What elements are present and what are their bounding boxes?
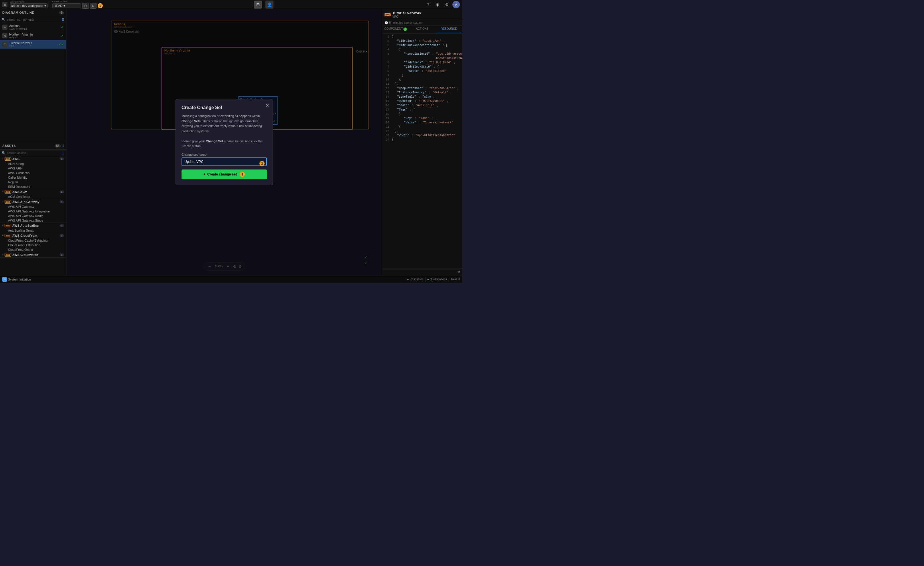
top-bar-right: ? ◉ ⚙ A	[425, 1, 460, 8]
json-line-16: 16 "State": "available",	[384, 103, 460, 108]
modal-body: Modeling a configuration or extending SI…	[182, 114, 267, 149]
asset-autoscaling-group[interactable]: AutoScaling Group	[0, 228, 66, 233]
right-panel: aws Tutorial Network VPC 🕐 54 minutes ag…	[382, 9, 462, 275]
actions-icon: A	[2, 25, 8, 30]
qualifications-dot: ●	[427, 278, 429, 281]
workspace-icon: ▦	[2, 2, 8, 7]
edit-icon[interactable]: ✏	[458, 270, 460, 274]
json-line-6: 6 "CidrBlock": "10.0.0.0/24",	[384, 60, 460, 65]
changeset-name-input[interactable]	[182, 157, 267, 166]
tree-item-tn-sub: VPC	[9, 45, 57, 48]
tab-resource[interactable]: RESOURCE	[435, 25, 462, 33]
acm-aws-logo: aws	[4, 190, 11, 193]
asset-api-gateway-route[interactable]: AWS API Gateway Route	[0, 214, 66, 218]
asset-filter-icon[interactable]: ⊟	[62, 151, 64, 155]
top-bar: ▦ WORKSPACE: adam's dev workspace ▾ CHAN…	[0, 0, 462, 9]
modal-body-bold2: Change Set	[206, 139, 223, 143]
aws-group-name: AWS	[12, 157, 58, 160]
changeset-select[interactable]: HEAD ▾	[52, 3, 81, 8]
bottom-bar-right: ● Resources ● Qualifications Total: 3	[407, 277, 460, 282]
changeset-label: CHANGE SET:	[52, 0, 103, 3]
tree-item-northern-virginia[interactable]: N Northern Virginia Region ✓	[0, 31, 66, 40]
tn-check1-icon: ✓	[58, 43, 61, 46]
assets-title: ASSETS	[2, 144, 53, 147]
json-line-2: 2 "CidrBlock": "10.0.0/24",	[384, 39, 460, 43]
json-line-7: 7 "CidrBlockState": {	[384, 65, 460, 69]
settings-btn[interactable]: ⚙	[443, 1, 450, 8]
modal-close-btn[interactable]: ✕	[266, 103, 269, 108]
canvas-area[interactable]: Actions AWS Credential: 1 Northern Virgi…	[66, 9, 382, 275]
asset-cloudfront-origin[interactable]: CloudFront Origin	[0, 247, 66, 252]
asset-aws-credential[interactable]: AWS Credential	[0, 171, 66, 175]
users-nav-btn[interactable]: 👤	[266, 1, 273, 9]
workspace-chevron-icon: ▾	[44, 4, 46, 8]
cloudfront-group-count: 3	[60, 234, 64, 237]
aws-group-header[interactable]: ▾ aws AWS 6	[0, 156, 66, 162]
autoscaling-group-header[interactable]: ▾ aws AWS AutoScaling 1	[0, 223, 66, 228]
acm-group-header[interactable]: ▾ aws AWS ACM 1	[0, 189, 66, 195]
right-panel-header: aws Tutorial Network VPC	[382, 9, 462, 20]
asset-ssm-document[interactable]: SSM Document	[0, 184, 66, 189]
json-line-4: 4 {	[384, 48, 460, 52]
discord-btn[interactable]: ◉	[434, 1, 441, 8]
asset-region[interactable]: Region	[0, 180, 66, 184]
right-panel-vpc-name: Tutorial Network	[392, 11, 460, 15]
right-panel-vpc-type: VPC	[392, 15, 460, 18]
create-changeset-submit-btn[interactable]: + Create change set 3	[182, 169, 267, 179]
assets-info-icon[interactable]: ℹ	[62, 144, 64, 148]
changeset-merge-btn[interactable]: ⬡	[82, 3, 89, 9]
si-logo: SI System Initiative	[2, 277, 31, 282]
json-line-20: 20 "Value": "Tutorial Network"	[384, 121, 460, 125]
search-assets-input[interactable]	[7, 151, 60, 154]
filter-icon[interactable]: ⊟	[62, 18, 64, 21]
asset-api-gateway-integration[interactable]: AWS API Gateway Integration	[0, 209, 66, 214]
user-avatar[interactable]: A	[452, 1, 460, 8]
tn-icon: T	[2, 42, 8, 47]
tab-component[interactable]: COMPONENT✓	[382, 25, 409, 33]
asset-group-cloudfront: ▾ aws AWS CloudFront 3 CloudFront Cache …	[0, 233, 66, 252]
aws-group-count: 6	[60, 157, 64, 160]
right-panel-tabs: COMPONENT✓ ACTIONS RESOURCE	[382, 25, 462, 33]
tree-items: A Actions AWS Credential ✓ N Northern Vi…	[0, 23, 66, 142]
tab-actions[interactable]: ACTIONS	[409, 25, 435, 33]
asset-cloudfront-distribution[interactable]: CloudFront Distribution	[0, 243, 66, 247]
json-line-1: 1{	[384, 34, 460, 39]
asset-arn-string[interactable]: ARN String	[0, 162, 66, 166]
tree-item-actions[interactable]: A Actions AWS Credential ✓	[0, 23, 66, 31]
outline-count: 3	[59, 11, 64, 14]
input-badge-2: 2	[260, 161, 265, 166]
cloudwatch-group-header[interactable]: ▾ aws AWS Cloudwatch 1	[0, 252, 66, 258]
asset-search-icon: 🔍	[2, 151, 6, 155]
changeset-refresh-btn[interactable]: ↻	[90, 3, 96, 9]
changeset-name-field-wrapper: 2	[182, 157, 267, 169]
qualifications-badge: ● Qualifications	[427, 278, 447, 281]
workspace-select[interactable]: adam's dev workspace ▾	[10, 3, 48, 8]
cloudfront-aws-logo: aws	[4, 234, 11, 237]
nv-icon: N	[2, 33, 8, 38]
diagram-nav-btn[interactable]: ⊞	[254, 1, 262, 9]
cloudfront-group-header[interactable]: ▾ aws AWS CloudFront 3	[0, 233, 66, 238]
search-components-input[interactable]	[7, 18, 60, 21]
asset-api-gateway-stage[interactable]: AWS API Gateway Stage	[0, 218, 66, 223]
cloudfront-group-name: AWS CloudFront	[12, 234, 58, 237]
help-btn[interactable]: ?	[425, 1, 432, 8]
submit-label: Create change set	[207, 172, 237, 176]
resources-label: Resources	[410, 278, 423, 281]
asset-cloudfront-cache[interactable]: CloudFront Cache Behaviour	[0, 238, 66, 243]
api-gateway-group-header[interactable]: ▾ aws AWS API Gateway 4	[0, 199, 66, 204]
asset-caller-identity[interactable]: Caller Identity	[0, 175, 66, 180]
asset-api-gateway[interactable]: AWS API Gateway	[0, 204, 66, 209]
resources-badge: ● Resources	[407, 278, 423, 281]
resources-dot: ●	[407, 278, 409, 281]
changeset-badge: 1	[98, 3, 103, 8]
si-label: System Initiative	[8, 278, 31, 281]
plus-icon: +	[204, 172, 206, 176]
cloudwatch-group-name: AWS Cloudwatch	[12, 253, 58, 256]
tree-item-tutorial-network[interactable]: T Tutorial Network VPC ✓ ✓	[0, 40, 66, 49]
acm-group-name: AWS ACM	[12, 190, 58, 193]
asset-aws-arn[interactable]: AWS ARN	[0, 166, 66, 171]
cloudfront-chevron-icon: ▾	[2, 235, 3, 237]
json-line-9: 9 }	[384, 73, 460, 78]
asset-acm-certificate[interactable]: ACM Certificate	[0, 195, 66, 199]
autoscaling-chevron-icon: ▾	[2, 225, 3, 227]
